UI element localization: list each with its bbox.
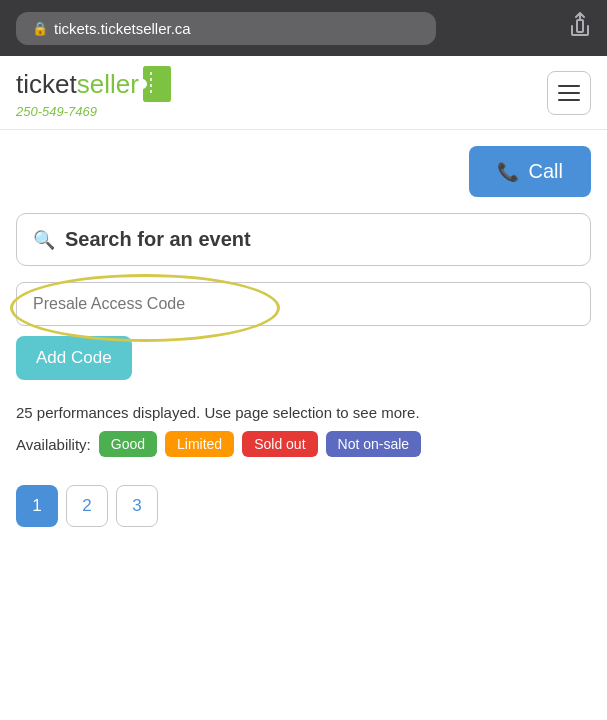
search-section: 🔍 Search for an event [0,205,607,278]
info-section: 25 performances displayed. Use page sele… [0,392,607,465]
add-code-button[interactable]: Add Code [16,336,132,380]
performances-text: 25 performances displayed. Use page sele… [16,404,591,421]
hamburger-line-3 [558,99,580,101]
presale-section: Add Code [0,278,607,392]
badge-not-onsale: Not on-sale [326,431,422,457]
call-button[interactable]: 📞 Call [469,146,591,197]
share-icon[interactable] [569,12,591,44]
page-button-3[interactable]: 3 [116,485,158,527]
availability-label: Availability: [16,436,91,453]
search-icon: 🔍 [33,229,55,251]
site-header: ticket seller 250-549-7469 [0,56,607,130]
logo-seller-text: seller [77,69,139,100]
page-button-1[interactable]: 1 [16,485,58,527]
lock-icon: 🔒 [32,21,48,36]
logo-area: ticket seller 250-549-7469 [16,66,171,119]
browser-bar: 🔒 tickets.ticketseller.ca [0,0,607,56]
phone-icon: 📞 [497,161,519,183]
logo-phone: 250-549-7469 [16,104,171,119]
search-label: Search for an event [65,228,251,251]
page-button-2[interactable]: 2 [66,485,108,527]
url-text: tickets.ticketseller.ca [54,20,191,37]
svg-rect-1 [143,66,171,102]
badge-good: Good [99,431,157,457]
logo-stub-icon [143,66,171,102]
search-bar[interactable]: 🔍 Search for an event [16,213,591,266]
logo-ticket-text: ticket [16,69,77,100]
availability-row: Availability: Good Limited Sold out Not … [16,431,591,457]
logo-text: ticket seller [16,66,171,102]
badge-soldout: Sold out [242,431,317,457]
svg-point-2 [143,79,146,89]
hamburger-line-2 [558,92,580,94]
presale-access-code-input[interactable] [16,282,591,326]
pagination-section: 1 2 3 [0,465,607,547]
svg-rect-0 [577,20,583,32]
menu-button[interactable] [547,71,591,115]
presale-input-wrap [16,282,591,326]
call-section: 📞 Call [0,130,607,205]
hamburger-line-1 [558,85,580,87]
url-bar[interactable]: 🔒 tickets.ticketseller.ca [16,12,436,45]
add-code-label: Add Code [36,348,112,367]
site-content: ticket seller 250-549-7469 📞 Call [0,56,607,720]
badge-limited: Limited [165,431,234,457]
call-button-label: Call [529,160,563,183]
